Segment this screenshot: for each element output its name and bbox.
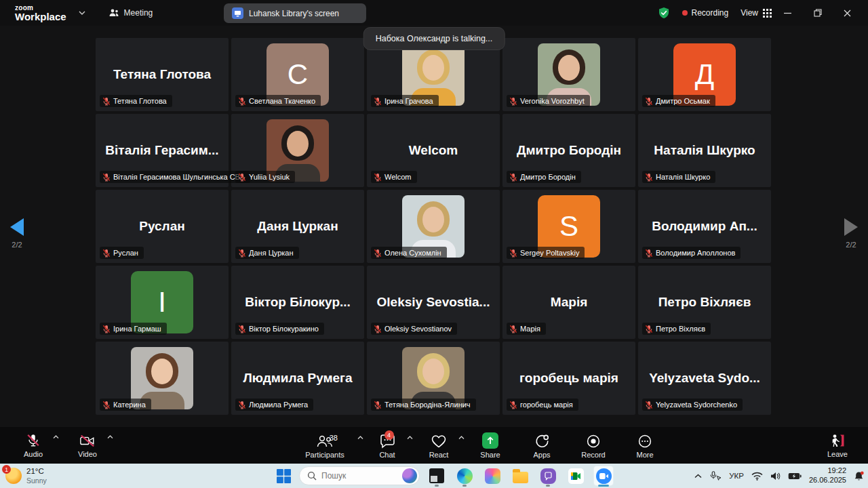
participant-tile[interactable]: Даня Цуркан Даня Цуркан [231,190,364,263]
participant-tile[interactable]: Віктор Білокур... Віктор Білокуракино [231,266,364,339]
file-explorer-icon[interactable] [511,466,530,485]
participant-tile[interactable]: Д Дмитро Осьмак [638,38,771,111]
muted-mic-icon [374,249,382,258]
participant-big-name: Тетяна Глотова [108,67,216,82]
close-icon[interactable] [844,9,861,17]
copilot-icon[interactable] [483,466,502,485]
battery-icon[interactable] [788,472,802,480]
muted-mic-icon [102,401,111,409]
participant-name-label: Светлана Ткаченко [235,95,321,107]
participant-tile[interactable]: Марія Марія [502,266,635,339]
clock[interactable]: 19:22 26.06.2025 [809,466,846,485]
participant-tile[interactable]: Олена Сухомлін [367,190,500,263]
participant-tile[interactable]: С Светлана Ткаченко [231,38,364,111]
weather-widget[interactable]: 1 21°C Sunny [5,467,47,484]
participant-name-label: Yelyzaveta Sydorchenko [642,399,743,411]
video-chevron-icon[interactable] [107,435,113,439]
avatar-face [287,131,309,157]
participant-name-label: Yuliia Lysiuk [235,171,295,183]
volume-icon[interactable] [770,472,781,481]
search-daily-image[interactable] [402,468,417,483]
tray-mic-icon[interactable] [709,471,722,481]
video-button[interactable]: Video [72,433,103,458]
recording-indicator[interactable]: Recording [682,8,729,18]
participant-tile[interactable]: Welcom Welcom [367,114,500,187]
participants-chevron-icon[interactable] [357,436,363,440]
restore-icon[interactable] [814,9,831,17]
participant-tile[interactable]: Veronika Vorozhbyt [502,38,635,111]
muted-mic-icon [238,249,246,258]
participant-tile[interactable]: Петро Віхляєв Петро Віхляєв [638,266,771,339]
record-button[interactable]: Record [578,434,609,459]
muted-mic-icon [509,173,517,182]
participant-name-text: Володимир Аполлонов [656,249,735,257]
participant-tile[interactable]: Руслан Руслан [96,190,229,263]
participant-tile[interactable]: Віталія Герасим... Віталія Герасимова Шу… [96,114,229,187]
participant-tile[interactable]: І Ірина Гармаш [96,266,229,339]
avatar-face [422,55,444,81]
zoom-app-icon[interactable] [594,466,613,485]
apps-button[interactable]: Apps [526,434,557,459]
participant-tile[interactable]: горобець марія горобець марія [502,342,635,415]
participant-big-name: Наталія Шкурко [648,143,760,158]
minimize-icon[interactable] [784,9,802,17]
tab-meeting[interactable]: Meeting [108,8,153,18]
prev-page-control[interactable]: 2/2 [1,218,33,249]
chevron-down-icon[interactable] [79,11,85,15]
security-shield-icon[interactable] [658,7,670,19]
edge-icon[interactable] [455,466,474,485]
participant-tile[interactable]: Тетяна Глотова Тетяна Глотова [96,38,229,111]
participant-tile[interactable]: Наталія Шкурко Наталія Шкурко [638,114,771,187]
viber-icon[interactable] [538,466,557,485]
app-window-icon[interactable] [427,466,446,485]
tray-chevron-icon[interactable] [694,474,702,479]
audio-button[interactable]: Audio [18,433,49,458]
leave-button[interactable]: Leave [822,433,853,458]
muted-mic-icon [102,249,111,258]
tab-shared-screen[interactable]: Luhansk Library's screen [224,3,366,23]
chat-button[interactable]: 4 Chat [372,434,403,459]
participant-name-text: Дмитро Осьмак [656,97,710,105]
participant-tile[interactable]: Тетяна Бородіна-Ялинич [367,342,500,415]
participant-big-name: Yelyzaveta Sydo... [644,371,766,386]
participant-name-text: Ірина Грачова [384,97,433,105]
windows-taskbar: 1 21°C Sunny [0,464,868,488]
participant-tile[interactable]: Yuliia Lysiuk [231,114,364,187]
avatar-face [558,55,580,81]
participant-tile[interactable]: Yelyzaveta Sydo... Yelyzaveta Sydorchenk… [638,342,771,415]
share-button[interactable]: Share [475,432,506,459]
avatar-face [422,359,444,384]
notification-bell-icon[interactable] [854,471,864,481]
meeting-toolbar: Audio Video 38 Participants [0,427,868,464]
start-button[interactable] [277,469,291,483]
participant-name-text: Sergey Poltavskiy [520,249,579,257]
chat-chevron-icon[interactable] [407,436,413,440]
participant-tile[interactable]: S Sergey Poltavskiy [502,190,635,263]
participant-name-label: Руслан [100,247,144,259]
meet-icon[interactable] [566,466,585,485]
participant-tile[interactable]: Людмила Румега Людмила Румега [231,342,364,415]
taskbar-search[interactable] [299,466,420,485]
muted-mic-icon [102,325,111,333]
participant-tile[interactable]: Володимир Ап... Володимир Аполлонов [638,190,771,263]
search-input[interactable] [321,471,395,481]
next-page-control[interactable]: 2/2 [835,218,867,249]
react-chevron-icon[interactable] [458,436,465,440]
talking-toast: Набока Олександр is talking... [363,27,505,50]
participants-button[interactable]: 38 Participants [298,434,351,459]
participant-name-text: Yelyzaveta Sydorchenko [656,401,737,409]
muted-mic-icon [645,97,653,106]
wifi-icon[interactable] [751,472,763,481]
react-button[interactable]: React [423,434,454,459]
search-icon [307,471,317,481]
more-button[interactable]: More [629,434,660,459]
participant-big-name: Віктор Білокур... [239,295,356,310]
participant-tile[interactable]: Oleksiy Sevostia... Oleksiy Sevostianov [367,266,500,339]
participant-tile[interactable]: Дмитро Бородін Дмитро Бородін [502,114,635,187]
view-button[interactable]: View [741,8,772,18]
participant-name-label: Sergey Poltavskiy [507,247,585,259]
participant-tile[interactable]: Катерина [96,342,229,415]
audio-chevron-icon[interactable] [53,435,59,439]
heart-icon [431,434,447,449]
language-indicator[interactable]: УКР [729,472,744,480]
